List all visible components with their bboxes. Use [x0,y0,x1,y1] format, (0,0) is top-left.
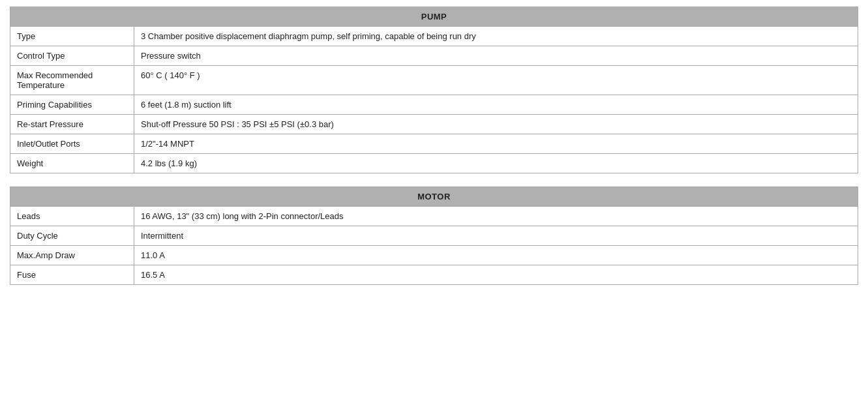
pump-row-label-0: Type [10,27,134,46]
table-row: Max.Amp Draw11.0 A [10,246,858,265]
table-row: Leads16 AWG, 13" (33 cm) long with 2-Pin… [10,207,858,226]
motor-section-header: MOTOR [10,187,858,207]
motor-row-value-0: 16 AWG, 13" (33 cm) long with 2-Pin conn… [134,207,858,226]
pump-row-label-1: Control Type [10,46,134,66]
pump-row-label-3: Priming Capabilities [10,95,134,115]
motor-row-label-0: Leads [10,207,134,226]
pump-row-value-5: 1/2"-14 MNPT [134,134,858,154]
motor-row-value-1: Intermittent [134,226,858,246]
table-row: Weight4.2 lbs (1.9 kg) [10,154,858,173]
pump-row-value-2: 60° C ( 140° F ) [134,66,858,95]
table-row: Duty CycleIntermittent [10,226,858,246]
pump-row-value-0: 3 Chamber positive displacement diaphrag… [134,27,858,46]
pump-row-value-1: Pressure switch [134,46,858,66]
table-row: Priming Capabilities6 feet (1.8 m) sucti… [10,95,858,115]
table-row: Re-start PressureShut-off Pressure 50 PS… [10,115,858,134]
motor-table: MOTOR Leads16 AWG, 13" (33 cm) long with… [10,186,858,285]
table-row: Control TypePressure switch [10,46,858,66]
pump-row-label-4: Re-start Pressure [10,115,134,134]
motor-row-value-2: 11.0 A [134,246,858,265]
pump-row-value-4: Shut-off Pressure 50 PSI : 35 PSI ±5 PSI… [134,115,858,134]
table-row: Max Recommended Temperature60° C ( 140° … [10,66,858,95]
pump-row-value-3: 6 feet (1.8 m) suction lift [134,95,858,115]
motor-row-label-3: Fuse [10,265,134,285]
pump-row-value-6: 4.2 lbs (1.9 kg) [134,154,858,173]
pump-row-label-5: Inlet/Outlet Ports [10,134,134,154]
table-row: Inlet/Outlet Ports1/2"-14 MNPT [10,134,858,154]
table-row: Fuse16.5 A [10,265,858,285]
pump-section-header: PUMP [10,7,858,27]
motor-row-value-3: 16.5 A [134,265,858,285]
table-row: Type3 Chamber positive displacement diap… [10,27,858,46]
pump-row-label-2: Max Recommended Temperature [10,66,134,95]
motor-row-label-2: Max.Amp Draw [10,246,134,265]
motor-row-label-1: Duty Cycle [10,226,134,246]
pump-table: PUMP Type3 Chamber positive displacement… [10,7,858,173]
pump-row-label-6: Weight [10,154,134,173]
